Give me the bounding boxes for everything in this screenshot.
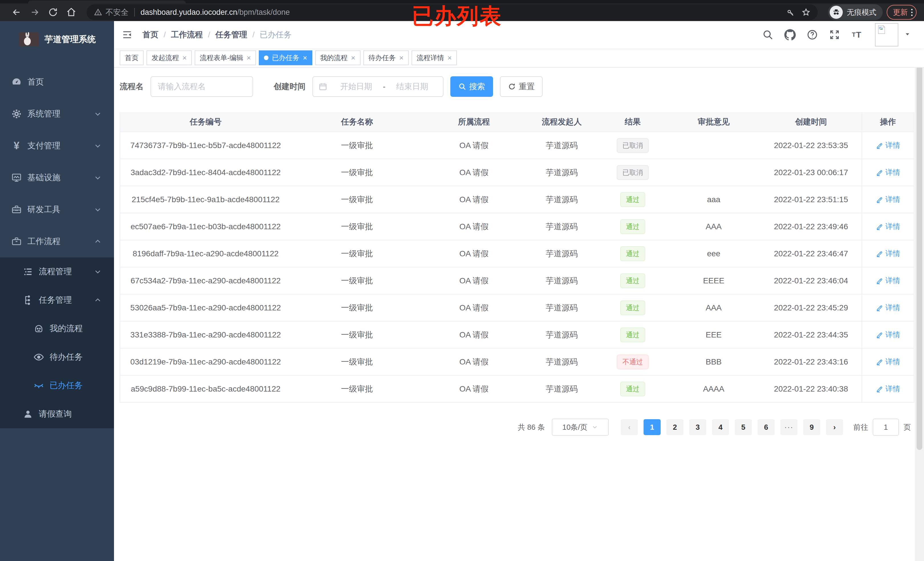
action-cell: 详情 <box>862 213 914 240</box>
jump-page-input[interactable] <box>873 419 899 436</box>
tab-todo-tasks[interactable]: 待办任务× <box>363 51 409 65</box>
forward-icon[interactable] <box>29 6 40 18</box>
edit-pencil-icon <box>876 304 885 311</box>
update-label: 更新 <box>893 7 908 17</box>
org-tree-icon <box>20 295 36 305</box>
page-button[interactable]: 2 <box>666 419 684 435</box>
window-scrollbar[interactable] <box>915 21 924 561</box>
home-icon[interactable] <box>66 6 77 18</box>
page-button[interactable]: 6 <box>758 419 775 435</box>
detail-link[interactable]: 详情 <box>876 194 900 205</box>
process-starter: 芋道源码 <box>525 140 598 151</box>
back-icon[interactable] <box>11 6 22 18</box>
page-button[interactable]: 9 <box>803 419 820 435</box>
detail-link[interactable]: 详情 <box>876 384 900 394</box>
result-badge: 通过 <box>620 246 645 261</box>
detail-link[interactable]: 详情 <box>876 357 900 367</box>
sidebar-item-my-process[interactable]: 我的流程 <box>0 314 114 343</box>
detail-link[interactable]: 详情 <box>876 141 900 150</box>
sidebar-item-infra[interactable]: 基础设施 <box>0 162 114 194</box>
next-page-button[interactable]: › <box>826 419 843 435</box>
tab-process-detail[interactable]: 流程详情× <box>411 51 457 65</box>
process-name-input[interactable] <box>150 76 253 97</box>
sidebar-item-task-mgmt[interactable]: 任务管理 <box>0 286 114 314</box>
tab-launch-process[interactable]: 发起流程× <box>147 51 192 65</box>
process-name: OA 请假 <box>423 248 525 259</box>
page-button[interactable]: 4 <box>712 419 729 435</box>
browser-active-tab[interactable] <box>28 1 186 3</box>
detail-link[interactable]: 详情 <box>876 168 900 177</box>
breadcrumb-item[interactable]: 工作流程 <box>171 29 203 40</box>
detail-link[interactable]: 详情 <box>876 221 900 232</box>
page-button[interactable]: 1 <box>644 419 661 435</box>
sidebar-item-leave-query[interactable]: 请假查询 <box>0 400 114 428</box>
tab-done-tasks[interactable]: 已办任务× <box>259 51 312 65</box>
font-size-icon[interactable]: TT <box>850 28 863 41</box>
task-name: 一级审批 <box>291 384 423 394</box>
navbar-actions: TT <box>752 23 911 46</box>
tab-form-edit[interactable]: 流程表单-编辑× <box>195 51 256 65</box>
close-icon[interactable]: × <box>182 54 187 61</box>
detail-link[interactable]: 详情 <box>876 303 900 313</box>
start-date-placeholder: 开始日期 <box>331 81 381 92</box>
chevron-down-icon <box>94 142 102 150</box>
chevron-down-icon[interactable] <box>904 31 911 39</box>
breadcrumb-item[interactable]: 任务管理 <box>216 29 248 40</box>
search-button[interactable]: 搜索 <box>450 76 493 97</box>
more-pages-button[interactable]: ··· <box>780 419 798 435</box>
reset-button[interactable]: 重置 <box>500 76 543 97</box>
tab-label: 我的流程 <box>320 53 348 62</box>
security-label[interactable]: 不安全 <box>105 7 129 17</box>
bookmark-star-icon[interactable] <box>802 8 810 16</box>
eye-closed-icon <box>31 380 47 391</box>
sidebar-item-system[interactable]: 系统管理 <box>0 98 114 130</box>
close-icon[interactable]: × <box>246 54 251 61</box>
sidebar-item-home[interactable]: 首页 <box>0 66 114 98</box>
close-icon[interactable]: × <box>303 54 307 61</box>
page-button[interactable]: 5 <box>735 419 752 435</box>
table-row: 74736737-7b9b-11ec-b5b7-acde48001122一级审批… <box>120 132 914 159</box>
page-size-select[interactable]: 10条/页 <box>552 419 609 436</box>
annotation-text: 已办列表 <box>412 2 502 31</box>
approve-comment: eee <box>667 249 760 258</box>
avatar[interactable] <box>875 23 898 46</box>
breadcrumb-item[interactable]: 首页 <box>142 29 159 40</box>
range-separator: - <box>383 82 386 91</box>
detail-link[interactable]: 详情 <box>876 330 900 340</box>
close-icon[interactable]: × <box>351 54 356 61</box>
sidebar-item-todo-tasks[interactable]: 待办任务 <box>0 343 114 371</box>
result-badge: 不通过 <box>617 355 649 370</box>
process-name: OA 请假 <box>423 140 525 151</box>
scrollbar-thumb[interactable] <box>916 23 922 450</box>
tab-my-process[interactable]: 我的流程× <box>315 51 360 65</box>
github-icon[interactable] <box>784 28 796 41</box>
app-logo[interactable]: 芋道管理系统 <box>0 21 114 57</box>
sidebar-item-done-tasks[interactable]: 已办任务 <box>0 371 114 400</box>
detail-link[interactable]: 详情 <box>876 248 900 259</box>
reload-icon[interactable] <box>47 6 59 18</box>
sidebar-item-payment[interactable]: ¥支付管理 <box>0 130 114 162</box>
prev-page-button[interactable]: ‹ <box>621 419 638 435</box>
page-button[interactable]: 3 <box>689 419 706 435</box>
sidebar-toggle-icon[interactable] <box>121 28 134 41</box>
detail-link[interactable]: 详情 <box>876 276 900 286</box>
sidebar-item-workflow[interactable]: 工作流程 <box>0 226 114 257</box>
sidebar-item-devtools[interactable]: 研发工具 <box>0 194 114 226</box>
fullscreen-icon[interactable] <box>828 28 841 41</box>
key-icon[interactable] <box>786 8 795 16</box>
update-button[interactable]: 更新 <box>886 5 916 19</box>
result-badge: 通过 <box>620 381 645 396</box>
tab-home[interactable]: 首页 <box>120 51 144 65</box>
help-icon[interactable] <box>806 28 819 41</box>
navbar: 首页/工作流程/任务管理/已办任务 TT <box>114 21 924 48</box>
date-range-picker[interactable]: 开始日期 - 结束日期 <box>312 76 444 97</box>
search-icon[interactable] <box>762 28 774 41</box>
result-badge: 通过 <box>620 301 645 315</box>
browser-menu-icon[interactable] <box>911 9 913 16</box>
process-name: OA 请假 <box>423 384 525 394</box>
approve-comment: AAA <box>667 303 760 313</box>
sidebar-item-process-mgmt[interactable]: 流程管理 <box>0 257 114 286</box>
close-icon[interactable]: × <box>447 54 452 61</box>
close-icon[interactable]: × <box>399 54 404 61</box>
task-name: 一级审批 <box>291 194 423 205</box>
